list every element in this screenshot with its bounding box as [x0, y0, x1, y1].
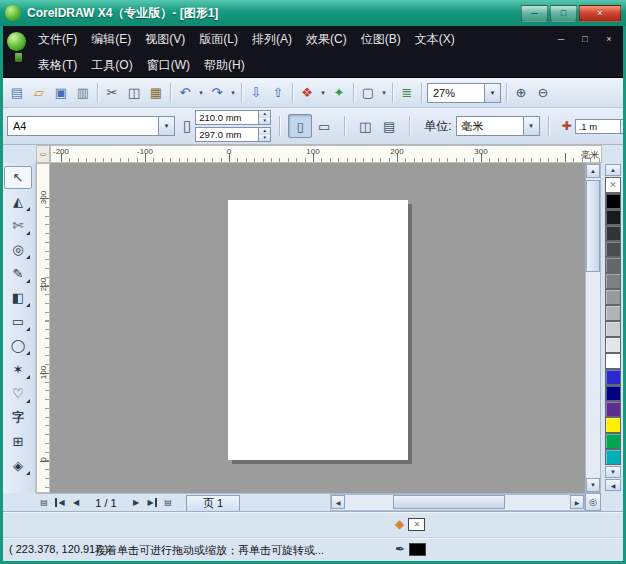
- palette-scroll-down-icon[interactable]: ▼: [605, 466, 621, 478]
- last-page-icon[interactable]: ▶: [144, 495, 160, 510]
- previous-page-icon[interactable]: ◀: [68, 495, 84, 510]
- color-swatch-yellow[interactable]: [605, 417, 621, 433]
- menu-layout[interactable]: 版面(L): [192, 26, 245, 52]
- color-swatch-10-black[interactable]: [605, 337, 621, 353]
- vertical-scroll-thumb[interactable]: [586, 180, 600, 272]
- scroll-up-icon[interactable]: ▲: [586, 164, 600, 178]
- zoom-combo-dropdown-icon[interactable]: ▾: [484, 84, 500, 102]
- scroll-right-icon[interactable]: ▶: [570, 495, 584, 509]
- smart-fill-tool[interactable]: ◧: [4, 286, 32, 309]
- fullscreen-dropdown-icon[interactable]: ▾: [379, 89, 389, 97]
- new-icon[interactable]: ▤: [6, 82, 28, 104]
- units-dropdown-icon[interactable]: ▾: [523, 117, 539, 135]
- navigator-icon[interactable]: ◎: [585, 493, 601, 511]
- paper-width-field[interactable]: 210.0 mm ▲▼: [195, 110, 271, 125]
- doc-minimize-button[interactable]: ─: [553, 31, 569, 46]
- page-tab[interactable]: 页 1: [186, 495, 240, 511]
- pick-tool[interactable]: ↖: [4, 166, 32, 189]
- import-icon[interactable]: ⇩: [245, 82, 267, 104]
- menu-tools[interactable]: 工具(O): [84, 52, 139, 78]
- menu-bitmaps[interactable]: 位图(B): [354, 26, 408, 52]
- add-page-icon[interactable]: ▤: [160, 495, 176, 510]
- text-tool[interactable]: 字: [4, 406, 32, 429]
- color-swatch-20-black[interactable]: [605, 321, 621, 337]
- zoom-level-combo[interactable]: 27% ▾: [427, 83, 501, 103]
- nudge-offset-field[interactable]: .1 m ▲▼: [575, 119, 625, 134]
- drawing-canvas[interactable]: [50, 163, 585, 493]
- color-swatch-blue[interactable]: [605, 369, 621, 385]
- copy-icon[interactable]: ◫: [123, 82, 145, 104]
- goto-page-icon[interactable]: ▤: [36, 495, 52, 510]
- color-swatch-30-black[interactable]: [605, 305, 621, 321]
- first-page-icon[interactable]: ◀: [52, 495, 68, 510]
- freehand-tool[interactable]: ✎: [4, 262, 32, 285]
- units-combo[interactable]: 毫米 ▾: [456, 116, 540, 136]
- zoom-in-icon[interactable]: ⊕: [510, 82, 532, 104]
- palette-scroll-up-icon[interactable]: ▲: [605, 164, 621, 176]
- color-swatch-40-black[interactable]: [605, 289, 621, 305]
- palette-flyout-icon[interactable]: ◀: [605, 479, 621, 491]
- paper-width-spinner[interactable]: ▲▼: [258, 111, 270, 124]
- application-launcher-icon[interactable]: ❖: [296, 82, 318, 104]
- color-swatch-90-black[interactable]: [605, 209, 621, 225]
- menu-effects[interactable]: 效果(C): [299, 26, 354, 52]
- open-icon[interactable]: ▱: [28, 82, 50, 104]
- menu-arrange[interactable]: 排列(A): [245, 26, 299, 52]
- next-page-icon[interactable]: ▶: [128, 495, 144, 510]
- minimize-button[interactable]: ─: [521, 5, 548, 22]
- menu-file[interactable]: 文件(F): [31, 26, 84, 52]
- color-swatch-70-black[interactable]: [605, 241, 621, 257]
- doc-restore-button[interactable]: □: [577, 31, 593, 46]
- horizontal-scroll-thumb[interactable]: [393, 495, 505, 509]
- redo-dropdown-icon[interactable]: ▾: [228, 89, 238, 97]
- menu-window[interactable]: 窗口(W): [140, 52, 197, 78]
- color-swatch-80-black[interactable]: [605, 225, 621, 241]
- blend-tool[interactable]: ◈: [4, 454, 32, 477]
- scroll-down-icon[interactable]: ▼: [586, 478, 600, 492]
- color-swatch-black[interactable]: [605, 193, 621, 209]
- rectangle-tool[interactable]: ▭: [4, 310, 32, 333]
- color-swatch-none[interactable]: ✕: [605, 177, 621, 193]
- print-icon[interactable]: ▥: [72, 82, 94, 104]
- paper-preset-dropdown-icon[interactable]: ▾: [158, 117, 174, 135]
- redo-icon[interactable]: ↷: [206, 82, 228, 104]
- save-icon[interactable]: ▣: [50, 82, 72, 104]
- ruler-origin[interactable]: ▭: [36, 145, 50, 163]
- zoom-level-value[interactable]: 27%: [428, 87, 455, 99]
- portrait-button[interactable]: ▯: [288, 114, 312, 138]
- paper-height-field[interactable]: 297.0 mm ▲▼: [195, 127, 271, 142]
- color-swatch-50-black[interactable]: [605, 273, 621, 289]
- cut-icon[interactable]: ✂: [101, 82, 123, 104]
- maximize-button[interactable]: □: [550, 5, 577, 22]
- scroll-left-icon[interactable]: ◀: [331, 495, 345, 509]
- ellipse-tool[interactable]: ◯: [4, 334, 32, 357]
- export-icon[interactable]: ⇧: [267, 82, 289, 104]
- launcher-dropdown-icon[interactable]: ▾: [318, 89, 328, 97]
- zoom-tool[interactable]: ◎: [4, 238, 32, 261]
- undo-dropdown-icon[interactable]: ▾: [196, 89, 206, 97]
- crop-tool[interactable]: ✄: [4, 214, 32, 237]
- close-button[interactable]: ×: [579, 5, 621, 22]
- color-swatch-teal[interactable]: [605, 449, 621, 465]
- basic-shapes-tool[interactable]: ♡: [4, 382, 32, 405]
- polygon-tool[interactable]: ✶: [4, 358, 32, 381]
- paper-height-spinner[interactable]: ▲▼: [258, 128, 270, 141]
- color-swatch-white[interactable]: [605, 353, 621, 369]
- current-page-button[interactable]: ▤: [377, 114, 401, 138]
- fullscreen-preview-icon[interactable]: ▢: [357, 82, 379, 104]
- color-swatch-purple[interactable]: [605, 401, 621, 417]
- menu-view[interactable]: 视图(V): [138, 26, 192, 52]
- color-swatch-green[interactable]: [605, 433, 621, 449]
- menu-edit[interactable]: 编辑(E): [84, 26, 138, 52]
- color-swatch-60-black[interactable]: [605, 257, 621, 273]
- table-tool[interactable]: ⊞: [4, 430, 32, 453]
- shape-tool[interactable]: ◭: [4, 190, 32, 213]
- vertical-scrollbar[interactable]: ▲ ▼: [585, 163, 601, 493]
- vertical-ruler[interactable]: 300 200 100 0: [36, 163, 50, 493]
- all-pages-button[interactable]: ◫: [353, 114, 377, 138]
- welcome-screen-icon[interactable]: ✦: [328, 82, 350, 104]
- horizontal-ruler[interactable]: -200 -100 0 100 200 300 毫米: [50, 145, 602, 163]
- paste-icon[interactable]: ▦: [145, 82, 167, 104]
- menu-help[interactable]: 帮助(H): [197, 52, 252, 78]
- menu-text[interactable]: 文本(X): [408, 26, 462, 52]
